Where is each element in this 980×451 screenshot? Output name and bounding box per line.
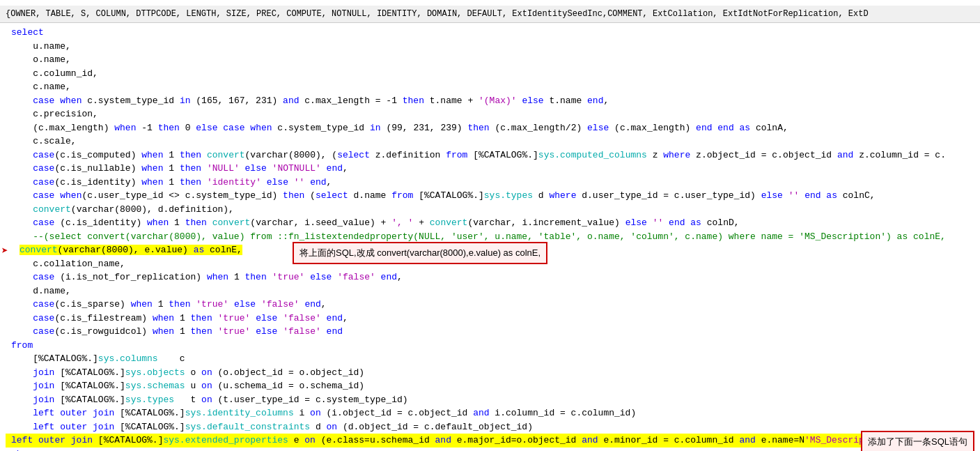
annotation-box-1: 将上面的SQL,改成 convert(varchar(8000),e.value… — [293, 242, 547, 264]
line-is-identity2: case (c.is_identity) when 1 then convert… — [0, 216, 980, 230]
line-join-objects: join [%CATALOG%.]sys.objects o on (o.obj… — [0, 366, 980, 380]
top-bar: {OWNER, TABLE, S, COLUMN, DTTPCODE, LENG… — [0, 6, 980, 23]
line-is-rowguidcol: case(c.is_rowguidcol) when 1 then 'true'… — [0, 325, 980, 339]
line-join-types: join [%CATALOG%.]sys.types t on (t.user_… — [0, 393, 980, 407]
line-is-filestream: case(c.is_filestream) when 1 then 'true'… — [0, 312, 980, 326]
code-container: {OWNER, TABLE, S, COLUMN, DTTPCODE, LENG… — [0, 0, 980, 451]
line-is-nullable: case(c.is_nullable) when 1 then 'NULL' e… — [0, 162, 980, 176]
line-scale: c.scale, — [0, 135, 980, 148]
line-join-defaults: left outer join [%CATALOG%.]sys.default_… — [0, 420, 980, 434]
line-user-type: case when(c.user_type_id <> c.system_typ… — [0, 189, 980, 203]
line-replication: case (i.is_not_for_replication) when 1 t… — [0, 270, 980, 284]
line-d-name: d.name, — [0, 284, 980, 298]
line-is-sparse: case(c.is_sparse) when 1 then 'true' els… — [0, 298, 980, 312]
annotation-box-2: 添加了下面一条SQL语句 — [861, 431, 974, 451]
line-case-system: case when c.system_type_id in (165, 167,… — [0, 94, 980, 108]
line-sys-columns: [%CATALOG%.]sys.columns c — [0, 352, 980, 366]
line-max-length: (c.max_length) when -1 then 0 else case … — [0, 121, 980, 135]
line-is-identity: case(c.is_identity) when 1 then 'identit… — [0, 176, 980, 190]
line-precision: c.precision, — [0, 107, 980, 121]
line-from: from — [0, 339, 980, 353]
line-u-name: u.name, — [0, 40, 980, 54]
line-definition: convert(varchar(8000), d.definition), — [0, 203, 980, 217]
line-convert-colne: ➤ convert(varchar(8000), e.value) as col… — [0, 243, 980, 257]
line-column-id: c.column_id, — [0, 67, 980, 81]
line-c-name: c.name, — [0, 80, 980, 94]
line-o-name: o.name, — [0, 53, 980, 67]
line-join-schemas: join [%CATALOG%.]sys.schemas u on (u.sch… — [0, 379, 980, 393]
line-is-computed: case(c.is_computed) when 1 then convert(… — [0, 148, 980, 162]
line-join-identity: left outer join [%CATALOG%.]sys.identity… — [0, 406, 980, 420]
line-select: select — [0, 26, 980, 40]
line-join-extended: left outer join [%CATALOG%.]sys.extended… — [0, 434, 980, 448]
line-where: where — [0, 448, 980, 452]
